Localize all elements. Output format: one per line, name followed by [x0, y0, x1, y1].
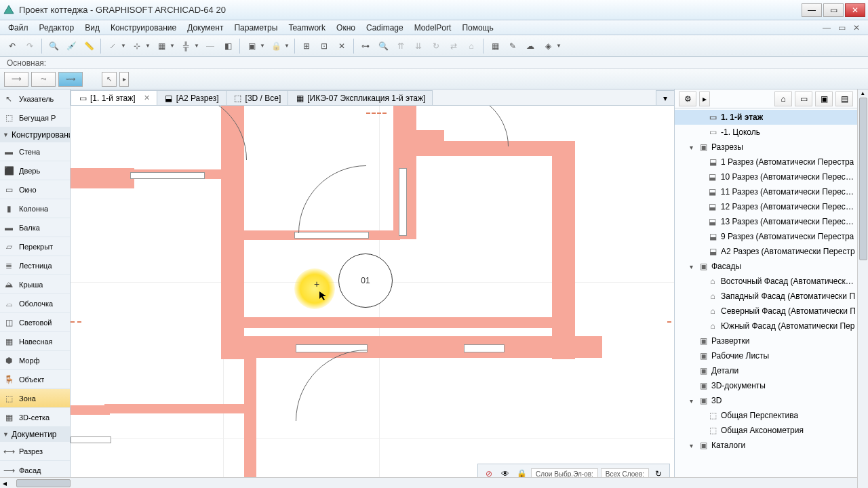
mdi-close-button[interactable]: ✕	[850, 23, 863, 33]
mdi-restore-button[interactable]: ▭	[835, 23, 848, 33]
edit1-button[interactable]: ⊞	[298, 38, 315, 54]
toolbox-wall[interactable]: ▬Стена	[0, 142, 70, 161]
tab-overflow[interactable]: ▾	[656, 90, 675, 105]
tree-item[interactable]: ▾▣Каталоги	[675, 438, 857, 453]
tree-item[interactable]: ▾▣Разрезы	[675, 140, 857, 155]
toolbox-curtain[interactable]: ▦Навесная	[0, 332, 70, 351]
trace-button[interactable]: ◧	[220, 38, 236, 54]
close-button[interactable]: ✕	[845, 3, 865, 17]
tree-toggle-icon[interactable]: ▾	[687, 397, 695, 405]
nav-more-button[interactable]: ▸	[699, 92, 710, 106]
tree-item[interactable]: ⌂Южный Фасад (Автоматически Пер	[675, 319, 857, 333]
tree-item[interactable]: ⬚Общая Перспектива	[675, 408, 857, 423]
menu-window[interactable]: Окно	[331, 21, 361, 35]
menu-teamwork[interactable]: Teamwork	[283, 21, 331, 35]
toolbox-roof[interactable]: ⛰Крыша	[0, 275, 70, 294]
menu-cadimage[interactable]: Cadimage	[361, 21, 409, 35]
edit2-button[interactable]: ⊡	[316, 38, 332, 54]
nav-view-button[interactable]: ▭	[795, 92, 812, 106]
tree-item[interactable]: ▾▣3D	[675, 393, 857, 408]
tree-item[interactable]: ⬓13 Разрез (Автоматически Перестра	[675, 214, 857, 229]
tree-item[interactable]: ⬚Общая Аксонометрия	[675, 423, 857, 438]
tab-floor1[interactable]: ▭ [1. 1-й этаж] ✕	[71, 90, 157, 105]
tab-schedule[interactable]: ▦ [ИКЭ-07 Экспликация 1-й этаж]	[288, 90, 433, 105]
menu-editor[interactable]: Редактор	[34, 21, 80, 35]
align-button[interactable]: ⇈	[393, 38, 409, 54]
nav-scrollbar-h[interactable]: ◂ ▸	[0, 477, 868, 488]
mdi-minimize-button[interactable]: —	[821, 23, 833, 33]
nav-layout-button[interactable]: ▣	[815, 92, 833, 106]
toolbox-marquee[interactable]: ⬚ Бегущая Р	[0, 108, 70, 127]
menu-file[interactable]: Файл	[3, 21, 34, 35]
toolbox-door[interactable]: ⬛Дверь	[0, 161, 70, 180]
nav-project-button[interactable]: ⌂	[774, 92, 792, 106]
tab-section[interactable]: ⬓ [А2 Разрез]	[157, 90, 226, 105]
menu-document[interactable]: Документ	[182, 21, 229, 35]
rotate-button[interactable]: ↻	[428, 38, 444, 54]
magic-button[interactable]: 🔍	[375, 38, 391, 54]
nav-settings-button[interactable]: ⚙	[679, 92, 696, 106]
undo-button[interactable]: ↶	[4, 38, 20, 54]
inject-button[interactable]: 💉	[63, 38, 79, 54]
toolbox-morph[interactable]: ⬢Морф	[0, 351, 70, 370]
tree-item[interactable]: ▣Детали	[675, 363, 857, 378]
tree-item[interactable]: ▾▣Фасады	[675, 259, 857, 274]
toolbox-group-construction[interactable]: ▼Конструирование	[0, 127, 70, 142]
zone-stamp[interactable]: 01	[338, 253, 393, 308]
snap-button[interactable]: ⊹	[129, 38, 145, 54]
tree-toggle-icon[interactable]: ▾	[687, 144, 695, 151]
render3-button[interactable]: ☁	[522, 38, 538, 54]
tree-item[interactable]: ⌂Западный Фасад (Автоматически П	[675, 289, 857, 304]
suspend-button[interactable]: ⊶	[357, 38, 374, 54]
redo-button[interactable]: ↷	[22, 38, 38, 54]
tree-item[interactable]: ▭-1. Цоколь	[675, 125, 857, 140]
lock-button[interactable]: 🔒	[268, 38, 284, 54]
grid-button[interactable]: ╬	[178, 38, 194, 54]
maximize-button[interactable]: ▭	[823, 3, 844, 17]
toolbox-section[interactable]: ⟷Разрез	[0, 442, 70, 461]
render2-button[interactable]: ✎	[505, 38, 521, 54]
menu-options[interactable]: Параметры	[229, 21, 283, 35]
arrow-dd-button[interactable]: ▸	[119, 72, 129, 87]
tree-item[interactable]: ▣3D-документы	[675, 378, 857, 393]
toolbox-zone[interactable]: ⬚Зона	[0, 389, 70, 408]
mode-button-3[interactable]: ⟿	[58, 72, 83, 87]
mirror-button[interactable]: ⇄	[446, 38, 462, 54]
mode-button-1[interactable]: ⟶	[4, 72, 28, 87]
tree-item[interactable]: ▣Рабочие Листы	[675, 348, 857, 363]
render1-button[interactable]: ▦	[487, 38, 503, 54]
tab-close-button[interactable]: ✕	[144, 94, 150, 102]
tree-item[interactable]: ▣Развертки	[675, 333, 857, 348]
edit3-button[interactable]: ✕	[334, 38, 350, 54]
tree-item[interactable]: ⬓9 Разрез (Автоматически Перестра	[675, 229, 857, 244]
toolbox-skylight[interactable]: ◫Световой	[0, 313, 70, 332]
tree-item[interactable]: ⬓А2 Разрез (Автоматически Перестр	[675, 244, 857, 259]
tree-item[interactable]: ▭1. 1-й этаж	[675, 110, 857, 125]
tree-item[interactable]: ⌂Восточный Фасад (Автоматически П	[675, 274, 857, 289]
view-button[interactable]: ▦	[153, 38, 170, 54]
toolbox-slab[interactable]: ▱Перекрыт	[0, 237, 70, 256]
toolbox-pointer[interactable]: ↖ Указатель	[0, 89, 70, 108]
layers-button[interactable]: ▣	[243, 38, 260, 54]
home-button[interactable]: ⌂	[463, 38, 479, 54]
menu-view[interactable]: Вид	[79, 21, 105, 35]
ruler-button[interactable]: —	[202, 38, 218, 54]
toolbox-group-document[interactable]: ▼Документир	[0, 427, 70, 442]
mode-button-2[interactable]: ⤳	[31, 72, 56, 87]
drawing-canvas[interactable]: + 01 ⊘ 👁 🔒 Слои Выбр.Эл-ов: Всех Слоев: …	[71, 106, 674, 488]
toolbox-mesh[interactable]: ▦3D-сетка	[0, 408, 70, 427]
tree-item[interactable]: ⬓11 Разрез (Автоматически Перестра	[675, 184, 857, 199]
tree-item[interactable]: ⬓10 Разрез (Автоматически Перестра	[675, 169, 857, 184]
guideline-button[interactable]: ⟋	[104, 38, 121, 54]
arrow-mode-button[interactable]: ↖	[102, 72, 117, 87]
toolbox-stair[interactable]: ≣Лестница	[0, 256, 70, 275]
3d-button[interactable]: ◈	[540, 38, 556, 54]
nav-publisher-button[interactable]: ▤	[835, 92, 853, 106]
toolbox-beam[interactable]: ▬Балка	[0, 218, 70, 237]
tree-toggle-icon[interactable]: ▾	[687, 263, 695, 270]
measure-button[interactable]: 📏	[81, 38, 97, 54]
tab-3d[interactable]: ⬚ [3D / Все]	[226, 90, 289, 105]
nav-scrollbar-v[interactable]: ▴	[857, 89, 868, 488]
tree-item[interactable]: ⬓1 Разрез (Автоматически Перестра	[675, 155, 857, 169]
pick-button[interactable]: 🔍	[45, 38, 62, 54]
